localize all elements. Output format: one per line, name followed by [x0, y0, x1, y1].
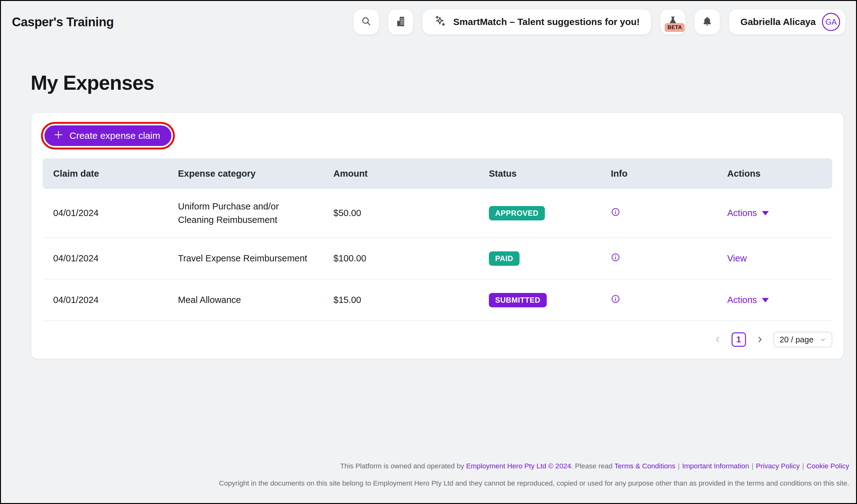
table-row: 04/01/2024 Travel Expense Reimbursement …: [43, 238, 832, 279]
expense-category-cell: Meal Allowance: [178, 293, 309, 307]
search-icon: [360, 15, 372, 29]
avatar: GA: [822, 13, 840, 31]
important-information-link[interactable]: Important Information: [682, 462, 749, 470]
chevron-down-icon: [762, 298, 769, 302]
create-expense-wrap: Create expense claim: [45, 125, 171, 146]
employment-hero-link[interactable]: Employment Hero Pty Ltd © 2024: [466, 462, 571, 470]
smartmatch-button[interactable]: SmartMatch – Talent suggestions for you!: [423, 10, 651, 34]
view-label: View: [727, 253, 746, 264]
table-row: 04/01/2024 Uniform Purchase and/or Clean…: [43, 189, 832, 238]
top-bar: Casper's Training: [0, 0, 857, 34]
user-name: Gabriella Alicaya: [740, 17, 816, 27]
user-menu[interactable]: Gabriella Alicaya GA: [729, 10, 845, 34]
bell-icon: [701, 15, 713, 29]
notifications-button[interactable]: [695, 10, 720, 34]
labs-button[interactable]: BETA: [660, 10, 685, 34]
smartmatch-label: SmartMatch – Talent suggestions for you!: [453, 17, 640, 27]
column-header-expense-category: Expense category: [167, 169, 323, 179]
sparkles-icon: [434, 14, 447, 30]
company-button[interactable]: [388, 10, 413, 34]
column-header-amount: Amount: [323, 169, 478, 179]
page-number-button[interactable]: 1: [732, 332, 746, 347]
beta-badge: BETA: [665, 23, 685, 32]
actions-dropdown[interactable]: Actions: [727, 208, 769, 218]
next-page-button[interactable]: [754, 334, 766, 345]
info-icon[interactable]: [611, 254, 620, 264]
claim-date-cell: 04/01/2024: [43, 295, 167, 305]
footer-line2: Copyright in the documents on this site …: [0, 479, 849, 487]
page-size-select[interactable]: 20 / page: [773, 332, 832, 347]
column-header-info: Info: [600, 169, 717, 179]
plus-icon: [53, 129, 64, 142]
claim-date-cell: 04/01/2024: [43, 208, 167, 218]
amount-cell: $50.00: [323, 208, 478, 218]
expense-category-cell: Travel Expense Reimbursement: [178, 252, 309, 265]
search-button[interactable]: [354, 10, 379, 34]
app-title: Casper's Training: [12, 15, 114, 29]
footer: This Platform is owned and operated by E…: [0, 462, 857, 487]
footer-separator: |: [752, 462, 754, 470]
column-header-claim-date: Claim date: [43, 169, 167, 179]
footer-separator: |: [678, 462, 680, 470]
expense-category-cell: Uniform Purchase and/or Cleaning Reimbus…: [178, 200, 309, 226]
status-badge: PAID: [489, 251, 520, 266]
pagination: 1 20 / page: [43, 332, 832, 347]
page-size-value: 20 / page: [780, 335, 813, 345]
terms-conditions-link[interactable]: Terms & Conditions: [614, 462, 675, 470]
create-expense-claim-label: Create expense claim: [69, 131, 160, 141]
footer-line1: This Platform is owned and operated by E…: [0, 462, 849, 470]
actions-label: Actions: [727, 295, 757, 305]
info-icon[interactable]: [611, 209, 620, 219]
privacy-policy-link[interactable]: Privacy Policy: [756, 462, 800, 470]
building-icon: [395, 15, 407, 29]
chevron-down-icon: [820, 336, 826, 343]
column-header-actions: Actions: [717, 169, 832, 179]
footer-separator: |: [802, 462, 804, 470]
table-header-row: Claim date Expense category Amount Statu…: [43, 158, 832, 189]
actions-label: Actions: [727, 208, 757, 218]
expenses-card: Create expense claim Claim date Expense …: [31, 112, 844, 359]
cookie-policy-link[interactable]: Cookie Policy: [807, 462, 849, 470]
chevron-down-icon: [762, 211, 769, 215]
amount-cell: $100.00: [323, 253, 478, 264]
info-icon[interactable]: [611, 295, 620, 306]
claim-date-cell: 04/01/2024: [43, 253, 167, 264]
create-expense-claim-button[interactable]: Create expense claim: [45, 125, 171, 146]
actions-dropdown[interactable]: Actions: [727, 295, 769, 305]
top-bar-actions: SmartMatch – Talent suggestions for you!…: [354, 10, 845, 34]
previous-page-button[interactable]: [712, 334, 723, 345]
expenses-table: Claim date Expense category Amount Statu…: [43, 158, 832, 321]
footer-text: This Platform is owned and operated by: [340, 462, 466, 470]
footer-text: . Please read: [571, 462, 614, 470]
view-link[interactable]: View: [727, 253, 746, 264]
amount-cell: $15.00: [323, 295, 478, 305]
status-badge: SUBMITTED: [489, 293, 547, 307]
column-header-status: Status: [478, 169, 600, 179]
page-title: My Expenses: [31, 71, 857, 94]
status-badge: APPROVED: [489, 206, 545, 221]
table-row: 04/01/2024 Meal Allowance $15.00 SUBMITT…: [43, 279, 832, 321]
